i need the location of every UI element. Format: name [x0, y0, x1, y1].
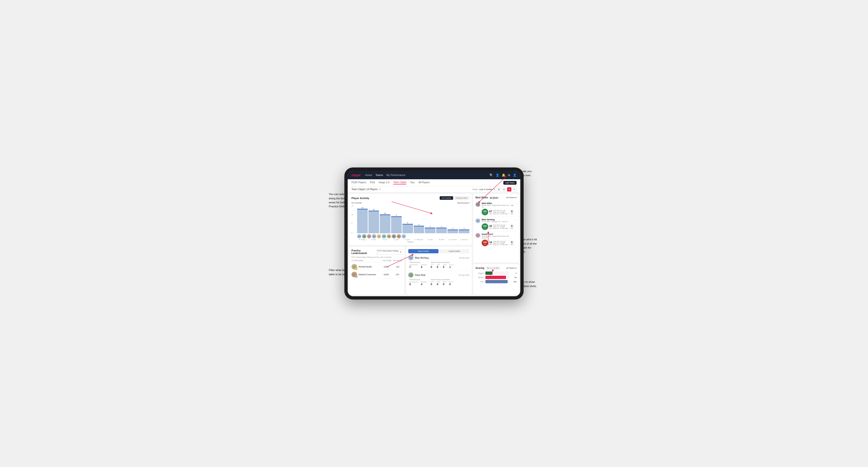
shot-detail-0: 09 Jun 2023 · Royal North Devon GC · Hol… — [482, 205, 514, 208]
nav-home[interactable]: Home — [365, 174, 372, 177]
bar-6 — [425, 228, 435, 233]
shot-badge-2: 198 sg — [482, 240, 488, 246]
total-rounds-dropdown[interactable]: Total Rounds ▾ — [457, 202, 469, 204]
scoring-label-eagles: Eagles — [475, 272, 484, 274]
shot-dist-2: 16 yds — [489, 241, 492, 245]
shot-item-2[interactable]: DF David Ford 24 Aug 2023 · Royal North … — [475, 231, 517, 248]
all-players-filter[interactable]: All Players ▾ — [506, 196, 517, 198]
practice-player-row-0[interactable]: RB 1 Richard Butler 19/20 110 — [351, 263, 402, 271]
shot-sg-1: 200 — [483, 225, 487, 227]
all-players-label: All Players — [506, 196, 515, 198]
player-avatar-9[interactable]: LR — [402, 234, 406, 239]
player-avatar-2[interactable]: DF — [367, 234, 371, 239]
practice-leaderboards-card: Practice Leaderboards PUTT Must Make Put… — [349, 247, 404, 295]
bar-col-6: 3 — [425, 226, 435, 233]
bar-val-0: 13 — [362, 207, 364, 209]
edit-icon[interactable]: ✎ — [379, 188, 381, 191]
nav-items: Home Teams My Performance — [365, 174, 489, 177]
nav-icons: 🔍 👤 🔔 ⊕ 👤 — [489, 173, 517, 177]
player-avatar-3[interactable]: JC — [372, 234, 376, 239]
subnav-pgat[interactable]: PGAT Players — [351, 181, 366, 184]
shot-chevron-0[interactable]: › — [516, 202, 517, 205]
scoring-card: Scoring Par 3, 4 & 5s ▾ All Players ▾ — [473, 264, 519, 295]
subnav-hcaps[interactable]: Hcaps 1-5 — [379, 181, 390, 184]
shot-name-0: Matt Miller — [482, 202, 514, 205]
view-favorite-icon[interactable]: ♥ — [507, 187, 512, 191]
subnav-team-clippd[interactable]: Team Clippd — [393, 181, 406, 184]
y-label-5: 5 — [351, 223, 353, 224]
nav-teams[interactable]: Teams — [375, 174, 383, 177]
scoring-filter-dropdown[interactable]: Par 3, 4 & 5s ▾ — [486, 267, 500, 270]
practice-dropdown[interactable]: PUTT Must Make Putting ... ▾ — [376, 249, 402, 255]
shot-item-0[interactable]: MM Matt Miller 09 Jun 2023 · Royal North… — [475, 201, 517, 217]
team-title: Team Clippd | 14 Players — [351, 188, 378, 191]
bar-col-8: 2 — [447, 228, 458, 233]
practice-dropdown-label: PUTT Must Make Putting ... — [377, 250, 400, 254]
active-date-0: 26 Aug 2023 — [459, 257, 469, 259]
view-list-icon[interactable]: ⊟ — [502, 187, 506, 191]
scoring-all-players[interactable]: All Players ▾ — [506, 267, 517, 269]
practice-header: Practice Leaderboards PUTT Must Make Put… — [351, 249, 402, 255]
scoring-bar-eagles — [486, 272, 509, 275]
bar-val-8: 2 — [453, 228, 453, 229]
active-practice-row-1: GTT 0 APP 0 — [431, 281, 454, 286]
player-avatar-1[interactable]: BB — [362, 234, 366, 239]
scoring-val-birdies: 96 — [510, 276, 517, 279]
view-grid-icon[interactable]: ⊞ — [497, 187, 501, 191]
top-nav: clippd Home Teams My Performance 🔍 👤 🔔 ⊕… — [348, 171, 520, 179]
add-team-button[interactable]: Add Team — [503, 181, 517, 185]
plus-circle-icon[interactable]: ⊕ — [508, 173, 510, 177]
scoring-all-players-label: All Players — [506, 267, 515, 269]
active-practice-row-0: GTT 0 APP 0 — [431, 264, 454, 269]
bell-icon[interactable]: 🔔 — [502, 173, 505, 177]
practice-player-row-1[interactable]: EC 2 Edward Crossman 18/20 107 — [351, 271, 402, 279]
shot-detail-2: 24 Aug 2023 · Royal North Devon GC · Hol… — [482, 236, 514, 239]
subnav-all-players[interactable]: All Players — [418, 181, 430, 184]
users-icon[interactable]: 👤 — [496, 173, 499, 177]
player-avatar-0[interactable]: BM — [357, 234, 361, 239]
shots-toggle: All Shots ▾ — [490, 196, 499, 199]
practice-player-name-0: Richard Butler — [359, 266, 380, 268]
shot-item-1[interactable]: BM Blair McHarg 23 Jul 2023 · Aldridge G… — [475, 217, 517, 231]
profile-icon[interactable]: 👤 — [513, 173, 517, 177]
scoring-val-eagles: 3 — [510, 272, 517, 274]
subnav-tour[interactable]: Tour — [410, 181, 415, 184]
scoring-bar-fill-birdies — [486, 276, 506, 279]
bar-val-5: 4 — [418, 224, 420, 225]
shot-avatar-1: BM — [475, 218, 480, 223]
search-icon[interactable]: 🔍 — [489, 173, 493, 177]
all-players-chevron: ▾ — [516, 196, 517, 198]
practice-drills-toggle[interactable]: Practice Drills — [454, 196, 469, 200]
show-dropdown-arrow[interactable]: ▾ — [494, 188, 495, 190]
col-pb-avg: PB AVG SQ — [393, 260, 402, 261]
chart-section-header: On Course Total Rounds ▾ — [351, 201, 469, 204]
shot-lie-2: Shot Dist: 16 yds Start Lie: Rough End L… — [493, 241, 509, 246]
player-avatar-6[interactable]: RB — [387, 234, 391, 239]
shots-chevron[interactable]: ▾ — [498, 196, 499, 199]
practice-player-name-1: Edward Crossman — [359, 273, 380, 276]
practice-player-info-0: Richard Butler — [359, 266, 380, 268]
nav-my-performance[interactable]: My Performance — [386, 174, 405, 177]
least-active-tab[interactable]: Least Active — [439, 249, 469, 253]
shot-chevron-1[interactable]: › — [516, 218, 517, 221]
active-player-header-0: BM Blair McHarg 26 Aug 2023 — [408, 255, 469, 260]
player-avatar-4[interactable]: EE — [377, 234, 381, 239]
view-columns-icon[interactable]: ≡ — [512, 187, 517, 191]
on-course-toggle[interactable]: On Course — [440, 196, 453, 200]
subnav-pga[interactable]: PGA — [370, 181, 375, 184]
shot-chevron-2[interactable]: › — [516, 233, 517, 236]
all-shots-btn[interactable]: All Shots — [490, 196, 498, 199]
most-active-tab[interactable]: Most Active — [408, 249, 438, 253]
bar-4 — [402, 224, 413, 233]
player-avatar-8[interactable]: EC — [397, 234, 401, 239]
player-avatar-7[interactable]: MM — [392, 234, 396, 239]
show-label: Show: — [472, 188, 478, 191]
show-value[interactable]: Last 3 months — [479, 188, 493, 191]
player-avatar-5[interactable]: GB — [382, 234, 386, 239]
y-label-0: 0 — [351, 231, 353, 233]
scoring-label-pars: Pars — [475, 281, 484, 283]
bar-2 — [380, 214, 390, 233]
shot-stats-0: 200 sg 67 yds Shot Dist: 67 yds — [482, 209, 514, 215]
active-date-1: 02 Sep 2023 — [459, 274, 469, 276]
bar-val-2: 10 — [384, 213, 386, 214]
